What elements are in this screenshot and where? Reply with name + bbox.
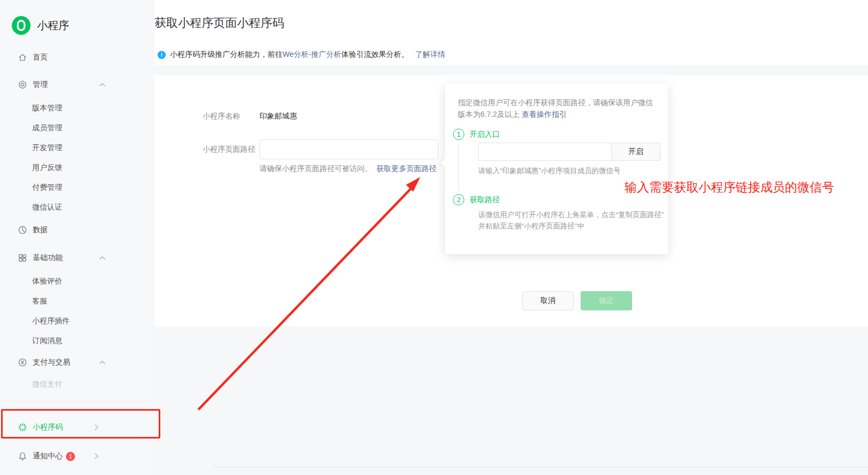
step1-number: 1 xyxy=(453,129,464,140)
notification-badge: 1 xyxy=(66,452,75,461)
miniprogram-name-label: 小程序名称 xyxy=(203,112,240,121)
get-more-paths-link[interactable]: 获取更多页面路径 xyxy=(376,164,436,173)
home-icon xyxy=(18,53,27,62)
sidebar: 小程序 首页 管理 版本管理 成员管理 开发管理 用户反馈 付费管理 微信认证 xyxy=(0,0,154,475)
page-path-hint: 请确保小程序页面路径可被访问。获取更多页面路径 xyxy=(259,164,436,174)
banner-text: 体验引流效果分析。 xyxy=(341,50,409,60)
page-header: 获取小程序页面小程序码 xyxy=(154,0,868,44)
sidebar-item-experience-review[interactable]: 体验评价 xyxy=(0,271,154,291)
sidebar-item-label: 开发管理 xyxy=(32,143,62,153)
info-icon: i xyxy=(158,51,166,59)
sidebar-item-basic-features[interactable]: 基础功能 xyxy=(0,246,154,270)
get-path-popover: 指定微信用户可在小程序获得页面路径，请确保该用户微信版本为6.7.2及以上 查看… xyxy=(445,84,668,254)
banner-text: 小程序码升级推广分析能力，前往 xyxy=(170,50,283,60)
sidebar-item-label: 体验评价 xyxy=(32,277,62,286)
sidebar-item-label: 付费管理 xyxy=(32,183,62,192)
sidebar-item-label: 订阅消息 xyxy=(32,336,62,346)
page-path-input[interactable] xyxy=(259,139,439,159)
sidebar-item-label: 成员管理 xyxy=(32,123,62,133)
sidebar-item-label: 用户反馈 xyxy=(32,163,62,173)
sidebar-item-label: 小程序插件 xyxy=(32,316,70,326)
app-logo: 小程序 xyxy=(0,0,154,35)
step2-title: 获取路径 xyxy=(470,195,500,205)
notice-banner: i 小程序码升级推广分析能力，前往We分析-推广分析体验引流效果分析。了解详情 xyxy=(154,44,868,65)
step2-header: 2 获取路径 xyxy=(453,194,500,205)
hint-text: 请确保小程序页面路径可被访问。 xyxy=(259,164,372,173)
sidebar-item-dev-manage[interactable]: 开发管理 xyxy=(0,138,154,158)
step1-title: 开启入口 xyxy=(470,130,500,139)
sidebar-item-member-manage[interactable]: 成员管理 xyxy=(0,118,154,138)
sidebar-pinned-section: 小程序码 通知中心 1 xyxy=(0,401,154,468)
annotation-note: 输入需要获取小程序链接成员的微信号 xyxy=(625,179,834,196)
sidebar-item-label: 版本管理 xyxy=(32,103,62,113)
sidebar-item-label: 微信支付 xyxy=(32,380,62,389)
sidebar-item-label: 客服 xyxy=(32,296,47,306)
bell-icon xyxy=(18,451,27,461)
sidebar-item-home[interactable]: 首页 xyxy=(0,46,154,69)
sidebar-item-label: 基础功能 xyxy=(33,253,63,263)
banner-link-we-analysis[interactable]: We分析-推广分析 xyxy=(283,50,341,60)
cancel-button[interactable]: 取消 xyxy=(522,291,574,310)
manage-icon xyxy=(18,80,27,90)
wechat-miniprogram-console: { "app": { "logo_title": "小程序" }, "sideb… xyxy=(0,0,868,475)
apps-grid-icon xyxy=(18,253,27,263)
wechat-id-input-group: 开启 xyxy=(478,143,661,161)
step-connector-line xyxy=(458,144,459,191)
sidebar-item-data[interactable]: 数据 xyxy=(0,218,154,242)
sidebar-item-wechat-pay[interactable]: 微信支付 xyxy=(0,374,154,394)
wechat-id-input[interactable] xyxy=(478,143,612,161)
step2-number: 2 xyxy=(453,194,464,205)
sidebar-item-pay-manage[interactable]: 付费管理 xyxy=(0,177,154,197)
sidebar-item-plugins[interactable]: 小程序插件 xyxy=(0,311,154,331)
confirm-button-disabled[interactable]: 确定 xyxy=(581,291,632,310)
minicode-burst-icon xyxy=(18,422,27,432)
popover-intro: 指定微信用户可在小程序获得页面路径，请确保该用户微信版本为6.7.2及以上 查看… xyxy=(458,97,657,120)
step1-header: 1 开启入口 xyxy=(453,129,500,140)
sidebar-item-version-manage[interactable]: 版本管理 xyxy=(0,98,154,118)
sidebar-item-subscribe-message[interactable]: 订阅消息 xyxy=(0,331,154,351)
page-title: 获取小程序页面小程序码 xyxy=(154,15,868,31)
sidebar-item-label: 支付与交易 xyxy=(33,358,70,367)
step2-description: 该微信用户可打开小程序右上角菜单，点击“复制页面路径”并粘贴至左侧“小程序页面路… xyxy=(478,209,668,232)
sidebar-item-customer-service[interactable]: 客服 xyxy=(0,291,154,311)
sidebar-item-label: 管理 xyxy=(33,80,48,90)
page-path-label: 小程序页面路径 xyxy=(203,145,255,154)
main-content: 获取小程序页面小程序码 i 小程序码升级推广分析能力，前往We分析-推广分析体验… xyxy=(154,0,868,475)
sidebar-item-minicode[interactable]: 小程序码 xyxy=(0,415,154,439)
banner-link-learn-more[interactable]: 了解详情 xyxy=(415,50,445,60)
miniprogram-name-value: 印象邮城惠 xyxy=(259,112,297,121)
chevron-right-icon xyxy=(94,424,99,431)
chevron-up-icon[interactable] xyxy=(99,361,106,365)
sidebar-item-label: 数据 xyxy=(33,225,48,235)
miniprogram-logo-icon xyxy=(12,16,31,35)
sidebar-item-notification-center[interactable]: 通知中心 1 xyxy=(0,444,154,468)
app-title: 小程序 xyxy=(37,18,69,33)
open-button[interactable]: 开启 xyxy=(612,143,661,161)
sidebar-nav: 首页 管理 版本管理 成员管理 开发管理 用户反馈 付费管理 微信认证 数据 xyxy=(0,46,154,394)
view-guide-link[interactable]: 查看操作指引 xyxy=(522,110,567,118)
data-icon xyxy=(18,225,27,235)
chevron-up-icon[interactable] xyxy=(99,83,106,87)
sidebar-item-label: 小程序码 xyxy=(33,422,63,432)
sidebar-item-label: 微信认证 xyxy=(32,203,62,212)
sidebar-item-label: 首页 xyxy=(33,53,48,62)
sidebar-item-user-feedback[interactable]: 用户反馈 xyxy=(0,158,154,177)
chevron-up-icon[interactable] xyxy=(99,256,106,260)
sidebar-item-wechat-verify[interactable]: 微信认证 xyxy=(0,197,154,217)
yuan-pay-icon xyxy=(18,358,27,367)
step1-hint: 请输入“印象邮城惠”小程序项目成员的微信号 xyxy=(478,166,621,176)
footer-divider xyxy=(212,467,868,467)
chevron-right-icon xyxy=(94,453,99,459)
sidebar-item-label: 通知中心 xyxy=(33,451,63,461)
sidebar-item-payment-trade[interactable]: 支付与交易 xyxy=(0,351,154,374)
sidebar-item-manage[interactable]: 管理 xyxy=(0,73,154,97)
